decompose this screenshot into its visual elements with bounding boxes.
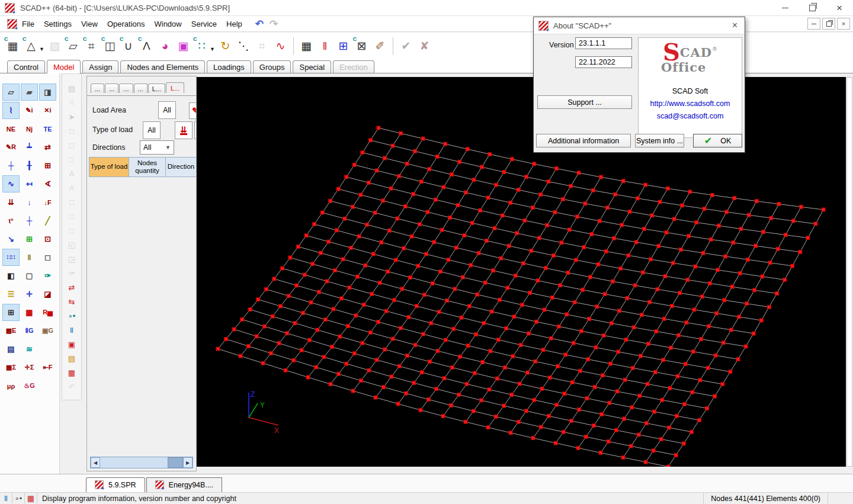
tank-generator-icon[interactable]: ∪C bbox=[119, 37, 137, 56]
mdi-close-button[interactable]: × bbox=[837, 18, 850, 30]
type-of-load-all-button[interactable]: All bbox=[143, 121, 161, 139]
proj-box-1-icon[interactable]: □ bbox=[64, 195, 79, 209]
axes-entry-icon[interactable]: ⋱ bbox=[235, 37, 253, 56]
beam-offset-icon[interactable]: ⊞ bbox=[39, 157, 56, 174]
scroll-track[interactable] bbox=[100, 457, 183, 468]
column-header-direction[interactable]: Direction bbox=[166, 157, 197, 177]
ibeam-group-icon[interactable]: ⅡG bbox=[21, 322, 38, 339]
fragment-save-icon[interactable]: ⇄ bbox=[64, 280, 79, 294]
element-marker-icon[interactable]: ╂ bbox=[21, 157, 38, 174]
node-shift-icon[interactable]: ↤ bbox=[21, 175, 38, 192]
directions-select[interactable]: All ▼ bbox=[140, 140, 174, 155]
mdi-minimize-button[interactable] bbox=[807, 18, 820, 30]
proj-box-3-icon[interactable]: □ bbox=[64, 223, 79, 237]
plate-cross-icon[interactable]: ⊠C bbox=[352, 37, 371, 56]
burn-group-icon[interactable]: ♨G bbox=[21, 377, 38, 394]
dotted-grid-icon[interactable]: ∷∷ bbox=[2, 249, 20, 266]
card-list-icon[interactable]: ▤ bbox=[64, 351, 79, 365]
fragment-restore-icon[interactable]: ⇆ bbox=[64, 294, 79, 309]
mdi-document-icon[interactable] bbox=[7, 19, 17, 29]
column-header-nodes-quantity[interactable]: Nodes quantity bbox=[129, 157, 166, 177]
paint-brush-icon[interactable]: ✑ bbox=[39, 267, 56, 284]
cylinder-generator-icon[interactable]: ◫C bbox=[101, 37, 119, 56]
node-connect-status-icon[interactable]: ∘• bbox=[12, 493, 25, 503]
spring-element-icon[interactable]: ⌇ bbox=[2, 102, 20, 119]
edit-pencil-icon[interactable]: ✐ bbox=[371, 37, 389, 56]
proj-box-arrow-icon[interactable]: ◱ bbox=[64, 237, 79, 252]
add-node-icon[interactable]: ✛ bbox=[21, 285, 38, 303]
numbered-fragment-icon[interactable]: ▣ bbox=[64, 337, 79, 351]
canvas-vscrollbar[interactable] bbox=[846, 77, 852, 467]
bar-element-icon[interactable]: ▱ bbox=[2, 84, 20, 101]
proj-box-cross-icon[interactable]: ◲ bbox=[64, 252, 79, 266]
roof-generator-icon[interactable]: △C bbox=[22, 37, 40, 56]
tab-assign[interactable]: Assign bbox=[82, 60, 118, 73]
about-dialog-titlebar[interactable]: About "SCAD++" × bbox=[534, 17, 745, 34]
grid-overlay-icon[interactable]: ⊞ bbox=[334, 37, 352, 56]
additional-information-button[interactable]: Additional information bbox=[536, 134, 631, 147]
node-generator-icon[interactable]: ∷C bbox=[193, 37, 211, 56]
select-cursor-icon[interactable]: ➤ bbox=[64, 110, 79, 124]
node-columns-icon[interactable]: ‖ bbox=[316, 37, 334, 56]
text-style-1-icon[interactable]: A bbox=[64, 166, 79, 181]
fragment-table-status-icon[interactable]: ▦ bbox=[25, 493, 37, 503]
block-set-icon[interactable]: ▤ bbox=[2, 341, 20, 358]
grid-dimensions-icon[interactable]: ⊞ bbox=[2, 304, 20, 321]
tab-model[interactable]: Model bbox=[47, 60, 81, 73]
element-info-icon[interactable]: ✎i bbox=[21, 102, 38, 119]
rotation-surface-icon[interactable]: ◕ bbox=[156, 37, 174, 56]
undo-icon[interactable]: ↶ bbox=[255, 18, 264, 30]
plate-normals-icon[interactable]: ◪ bbox=[39, 285, 56, 303]
redo-icon[interactable]: ↷ bbox=[270, 18, 278, 30]
plate-import-icon[interactable]: ▣ bbox=[174, 37, 193, 56]
system-info-button[interactable]: System info ... bbox=[635, 134, 684, 147]
ibeam-3d-icon[interactable]: Ⅱ bbox=[21, 249, 38, 266]
pan-hand-icon[interactable]: ☟ bbox=[64, 95, 79, 110]
filter-tab-3[interactable]: ... bbox=[119, 84, 133, 93]
mu-rho-factors-icon[interactable]: μρ bbox=[2, 377, 20, 394]
menu-window[interactable]: Window bbox=[149, 18, 186, 30]
filter-tab-5[interactable]: L... bbox=[148, 84, 165, 93]
menu-settings[interactable]: Settings bbox=[39, 18, 76, 30]
hinge-supports-icon[interactable]: ┷ bbox=[21, 139, 38, 156]
spline-tool-icon[interactable]: ∿ bbox=[271, 37, 290, 56]
tab-groups[interactable]: Groups bbox=[253, 60, 291, 73]
document-tab-5-9-spr[interactable]: 5.9.SPR bbox=[86, 477, 145, 492]
nodal-load-icon[interactable]: ↓ bbox=[21, 194, 38, 211]
flange-view-icon[interactable]: Ⅱ bbox=[64, 323, 79, 337]
mini-table-icon[interactable]: ▦ bbox=[64, 365, 79, 380]
menu-view[interactable]: View bbox=[76, 18, 102, 30]
proj-box-2-icon[interactable]: □ bbox=[64, 209, 79, 223]
polyline-nodes-icon[interactable]: ∿ bbox=[2, 175, 20, 192]
distributed-load-icon[interactable]: ⇊ bbox=[2, 194, 20, 211]
load-diagonal-icon[interactable]: ╱ bbox=[39, 212, 56, 229]
view-box-2-icon[interactable]: □ bbox=[64, 138, 79, 152]
filter-tab-2[interactable]: ... bbox=[105, 84, 118, 93]
node-info-icon[interactable]: ✕i bbox=[39, 102, 56, 119]
scroll-left-arrow[interactable]: ◀ bbox=[91, 457, 100, 468]
node-connect-icon[interactable]: ∘• bbox=[64, 309, 79, 323]
colored-grid-icon[interactable]: ▦E bbox=[2, 322, 20, 339]
view-box-1-icon[interactable]: □ bbox=[64, 124, 79, 138]
mesh-generator-icon[interactable]: ⌗C bbox=[82, 37, 101, 56]
menu-service[interactable]: Service bbox=[187, 18, 222, 30]
node-numbers-icon[interactable]: Nj bbox=[21, 120, 38, 137]
layer-arrows-icon[interactable]: ≋ bbox=[21, 341, 38, 358]
version-field[interactable]: 23.1.1.1 bbox=[575, 37, 632, 49]
axes-grid-icon[interactable]: ⊞ bbox=[21, 230, 38, 248]
brush-tool-icon[interactable]: ✑ bbox=[64, 266, 79, 280]
website-link[interactable]: http://www.scadsoft.com bbox=[639, 99, 742, 108]
support-button[interactable]: Support ... bbox=[537, 95, 632, 109]
text-style-2-icon[interactable]: A bbox=[64, 181, 79, 195]
sum-nodes-icon[interactable]: ✛Σ bbox=[21, 359, 38, 376]
view-box-3-icon[interactable]: □ bbox=[64, 152, 79, 166]
ok-button[interactable]: ✔ OK bbox=[693, 134, 742, 147]
release-date-field[interactable]: 22.11.2022 bbox=[575, 56, 632, 68]
press-group-icon[interactable]: ▣G bbox=[39, 322, 56, 339]
tab-nodes-and-elements[interactable]: Nodes and Elements bbox=[120, 60, 205, 73]
tab-erection[interactable]: Erection bbox=[333, 60, 374, 73]
red-grid-icon[interactable]: ▦ bbox=[21, 304, 38, 321]
node-angle-icon[interactable]: ∢ bbox=[39, 175, 56, 192]
menu-help[interactable]: Help bbox=[222, 18, 247, 30]
mdi-restore-button[interactable] bbox=[822, 18, 835, 30]
